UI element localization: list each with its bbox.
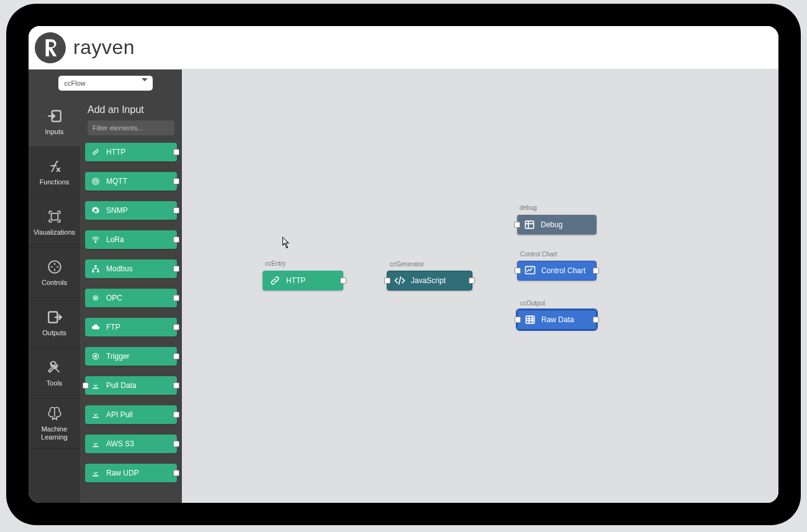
node-label: HTTP xyxy=(286,276,305,285)
wifi-icon xyxy=(91,235,100,244)
outputs-icon xyxy=(47,309,63,325)
svg-rect-16 xyxy=(526,316,534,323)
palette-filter-input[interactable]: Filter elements... xyxy=(88,120,174,135)
node-out-port[interactable] xyxy=(173,178,179,184)
canvas-node-javascript[interactable]: ccGenerator JavaScript xyxy=(387,271,472,291)
node-in-port[interactable] xyxy=(515,268,521,274)
node-label: JavaScript xyxy=(411,276,446,285)
palette-item-opc[interactable]: OPC xyxy=(85,289,177,307)
palette-item-raw-udp[interactable]: Raw UDP xyxy=(85,464,177,482)
palette-item-label: MQTT xyxy=(106,177,127,186)
node-caption: ccOutput xyxy=(520,300,545,307)
controls-icon xyxy=(47,259,63,275)
node-out-port[interactable] xyxy=(593,268,599,274)
palette-list: HTTP MQTT SNMP Lo xyxy=(80,143,182,503)
flow-canvas[interactable]: ccEntry HTTP ccGenerator JavaScript debu… xyxy=(182,70,778,503)
canvas-node-raw-data[interactable]: ccOutput Raw Data xyxy=(517,310,597,330)
svg-point-6 xyxy=(95,241,96,242)
functions-icon xyxy=(47,158,63,174)
node-label: Debug xyxy=(541,220,562,229)
svg-point-13 xyxy=(94,355,97,358)
sidebar-item-visualizations[interactable]: Visualizations xyxy=(29,197,80,248)
sidebar-label: Tools xyxy=(47,379,63,387)
chevron-down-icon xyxy=(142,78,148,81)
palette-item-trigger[interactable]: Trigger xyxy=(85,347,177,366)
svg-point-11 xyxy=(95,297,96,299)
link-icon xyxy=(91,148,100,156)
node-out-port[interactable] xyxy=(340,277,346,284)
node-caption: Control Chart xyxy=(520,251,557,258)
svg-point-5 xyxy=(94,180,97,183)
target-icon xyxy=(91,352,100,361)
sidebar-label: Controls xyxy=(42,279,67,286)
node-out-port[interactable] xyxy=(173,149,179,155)
download-icon xyxy=(91,469,100,477)
palette-item-ftp[interactable]: FTP xyxy=(85,318,177,336)
node-out-port[interactable] xyxy=(173,353,179,359)
node-in-port[interactable] xyxy=(384,277,390,284)
flow-select-bar: ccFlow xyxy=(29,70,182,97)
sidebar-item-tools[interactable]: Tools xyxy=(29,348,80,399)
node-label: Control Chart xyxy=(541,266,585,275)
node-out-port[interactable] xyxy=(173,441,179,447)
canvas-node-debug[interactable]: debug Debug xyxy=(517,215,597,235)
node-in-port[interactable] xyxy=(83,382,89,389)
svg-rect-1 xyxy=(51,214,58,220)
palette-title: Add an Input xyxy=(80,97,182,120)
sidebar-label: Machine Learning xyxy=(29,425,80,441)
node-label: Raw Data xyxy=(541,315,574,324)
tools-icon xyxy=(47,359,63,376)
node-out-port[interactable] xyxy=(173,412,179,418)
brand-logo-icon xyxy=(35,32,66,63)
palette-panel: Add an Input Filter elements... HTTP MQT… xyxy=(80,70,182,503)
filter-placeholder: Filter elements... xyxy=(92,124,143,132)
node-out-port[interactable] xyxy=(173,266,179,272)
sidebar-item-controls[interactable]: Controls xyxy=(29,248,80,298)
palette-item-mqtt[interactable]: MQTT xyxy=(85,172,177,191)
canvas-node-control-chart[interactable]: Control Chart Control Chart xyxy=(517,261,597,281)
network-icon xyxy=(91,264,100,273)
node-caption: ccEntry xyxy=(265,260,286,267)
node-out-port[interactable] xyxy=(173,382,179,389)
app-header: rayven xyxy=(29,26,778,70)
node-out-port[interactable] xyxy=(469,277,475,284)
visualizations-icon xyxy=(47,209,63,225)
node-in-port[interactable] xyxy=(515,317,521,323)
svg-rect-8 xyxy=(92,271,94,273)
link-icon xyxy=(269,274,281,287)
machine-learning-icon xyxy=(47,405,63,422)
sidebar-item-outputs[interactable]: Outputs xyxy=(29,298,80,348)
node-in-port[interactable] xyxy=(514,222,520,228)
sidebar-item-functions[interactable]: Functions xyxy=(29,147,80,197)
node-out-port[interactable] xyxy=(173,237,179,243)
inputs-icon xyxy=(47,108,63,124)
palette-item-modbus[interactable]: Modbus xyxy=(85,259,177,278)
canvas-node-http[interactable]: ccEntry HTTP xyxy=(263,271,343,291)
palette-item-aws-s3[interactable]: AWS S3 xyxy=(85,435,177,453)
palette-item-label: Trigger xyxy=(106,352,130,361)
palette-item-lora[interactable]: LoRa xyxy=(85,230,177,249)
node-out-port[interactable] xyxy=(173,207,179,214)
palette-item-pull-data[interactable]: Pull Data xyxy=(85,376,177,395)
sidebar-item-machine-learning[interactable]: Machine Learning xyxy=(29,399,80,449)
table-icon xyxy=(523,219,536,231)
node-out-port[interactable] xyxy=(173,295,179,301)
node-out-port[interactable] xyxy=(173,324,179,330)
svg-rect-9 xyxy=(97,271,99,273)
sidebar-item-inputs[interactable]: Inputs xyxy=(29,97,80,147)
palette-item-label: AWS S3 xyxy=(106,440,134,448)
table-icon xyxy=(524,313,536,326)
sidebar-label: Inputs xyxy=(45,128,64,135)
flow-select-dropdown[interactable]: ccFlow xyxy=(58,76,153,91)
palette-item-http[interactable]: HTTP xyxy=(85,143,177,161)
svg-point-4 xyxy=(92,178,99,185)
node-caption: ccGenerator xyxy=(390,261,424,268)
palette-item-api-pull[interactable]: API Pull xyxy=(85,405,177,424)
svg-point-2 xyxy=(48,261,61,273)
download-icon xyxy=(91,440,100,448)
palette-item-snmp[interactable]: SNMP xyxy=(85,201,177,220)
node-out-port[interactable] xyxy=(173,470,179,476)
wires-layer xyxy=(182,70,368,163)
palette-item-label: API Pull xyxy=(106,410,133,419)
node-out-port[interactable] xyxy=(593,317,599,323)
